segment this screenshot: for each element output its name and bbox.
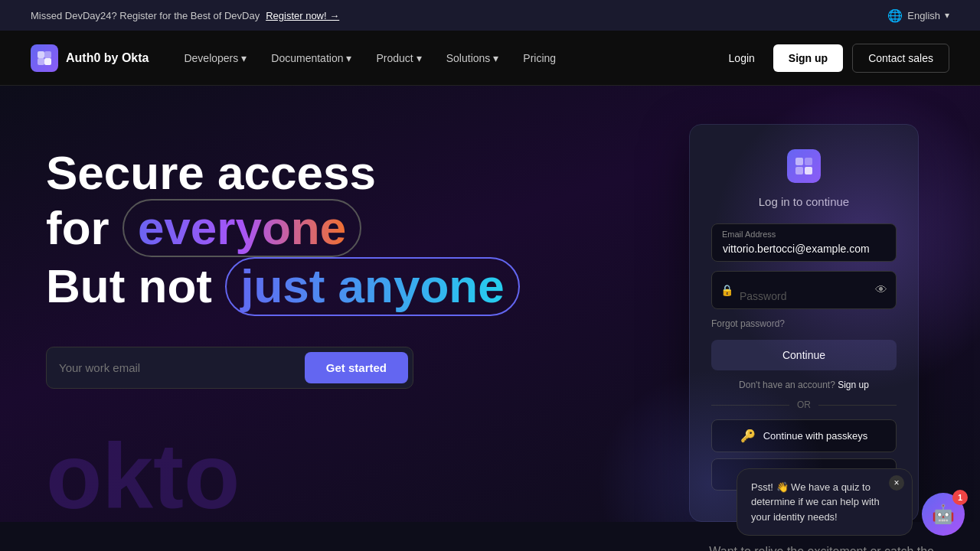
nav-documentation[interactable]: Documentation ▾ (260, 46, 362, 70)
chevron-icon: ▾ (493, 52, 498, 64)
hero-line2: for everyone (46, 199, 689, 257)
logo-text: Auth0 by Okta (66, 51, 149, 65)
nav-actions: Login Sign up Contact sales (720, 44, 949, 73)
continue-button[interactable]: Continue (711, 340, 897, 370)
language-label: English (907, 10, 940, 21)
svg-rect-4 (795, 158, 803, 165)
password-field-group: 🔒 👁 (711, 271, 897, 309)
globe-icon: 🌐 (887, 8, 903, 23)
svg-rect-7 (795, 167, 803, 174)
passkeys-button[interactable]: 🔑 Continue with passkeys (711, 419, 897, 452)
chat-bubble[interactable]: × Psst! 👋 We have a quiz to determine if… (737, 468, 913, 536)
chat-message: Psst! 👋 We have a quiz to determine if w… (751, 481, 880, 523)
chat-bot-icon: 🤖 (932, 504, 955, 525)
chat-avatar[interactable]: 🤖 1 (922, 493, 965, 536)
chevron-down-icon: ▾ (945, 10, 949, 21)
password-field[interactable] (711, 271, 897, 309)
svg-rect-3 (38, 58, 44, 65)
hero-right: Log in to continue Email Address 🔒 👁 For… (689, 124, 919, 522)
banner-left: Missed DevDay24? Register for the Best o… (31, 10, 339, 21)
svg-rect-6 (805, 158, 812, 165)
svg-rect-0 (38, 51, 44, 58)
logo[interactable]: Auth0 by Okta (31, 44, 149, 72)
bottom-text: Want to relive the excitement or catch t… (709, 545, 934, 551)
chevron-icon: ▾ (346, 52, 351, 64)
login-card: Log in to continue Email Address 🔒 👁 For… (689, 124, 919, 522)
language-selector[interactable]: 🌐 English ▾ (887, 8, 949, 23)
no-account-text: Don't have an account? Sign up (711, 380, 897, 390)
hero-line3: But not just anyone (46, 257, 689, 315)
chat-close-button[interactable]: × (889, 475, 904, 491)
hero-title: Secure access for everyone But not just … (46, 147, 689, 316)
partial-brand-text: okto (46, 430, 240, 522)
svg-rect-2 (44, 51, 51, 58)
banner-message: Missed DevDay24? Register for the Best o… (31, 10, 260, 21)
work-email-input[interactable] (59, 361, 305, 374)
or-text: OR (797, 399, 811, 410)
svg-rect-5 (805, 167, 812, 174)
email-field-group: Email Address (711, 223, 897, 262)
sign-up-link[interactable]: Sign up (838, 380, 869, 390)
email-label: Email Address (722, 230, 776, 239)
logo-icon (31, 44, 58, 72)
hero-line1: Secure access (46, 147, 689, 199)
hero-just-anyone-highlight: just anyone (225, 257, 520, 315)
hero-section: Secure access for everyone But not just … (0, 86, 980, 522)
login-button[interactable]: Login (720, 46, 764, 70)
login-logo-icon (787, 149, 821, 183)
contact-button[interactable]: Contact sales (852, 44, 949, 73)
banner-link[interactable]: Register now! → (266, 10, 339, 21)
top-banner: Missed DevDay24? Register for the Best o… (0, 0, 980, 31)
navbar: Auth0 by Okta Developers ▾ Documentation… (0, 31, 980, 86)
email-cta-row: Get started (46, 347, 413, 389)
login-title: Log in to continue (711, 195, 897, 208)
or-line-right (818, 405, 897, 406)
nav-pricing[interactable]: Pricing (512, 46, 567, 70)
hero-left: Secure access for everyone But not just … (46, 132, 689, 389)
chat-widget: × Psst! 👋 We have a quiz to determine if… (737, 468, 965, 536)
passkeys-icon: 🔑 (740, 429, 756, 443)
nav-links: Developers ▾ Documentation ▾ Product ▾ S… (173, 46, 719, 70)
chevron-icon: ▾ (416, 52, 422, 64)
nav-product[interactable]: Product ▾ (365, 46, 432, 70)
or-line-left (711, 405, 789, 406)
nav-developers[interactable]: Developers ▾ (173, 46, 257, 70)
or-divider: OR (711, 399, 897, 410)
forgot-password-link[interactable]: Forgot password? (711, 318, 897, 329)
chat-badge: 1 (952, 490, 968, 505)
lock-icon: 🔒 (720, 284, 733, 296)
get-started-button[interactable]: Get started (305, 352, 408, 383)
nav-solutions[interactable]: Solutions ▾ (436, 46, 510, 70)
chevron-icon: ▾ (241, 52, 247, 64)
login-logo (711, 149, 897, 183)
signup-button[interactable]: Sign up (773, 44, 843, 72)
show-password-icon[interactable]: 👁 (875, 283, 887, 297)
svg-rect-1 (44, 58, 51, 65)
hero-everyone-highlight: everyone (122, 199, 361, 257)
